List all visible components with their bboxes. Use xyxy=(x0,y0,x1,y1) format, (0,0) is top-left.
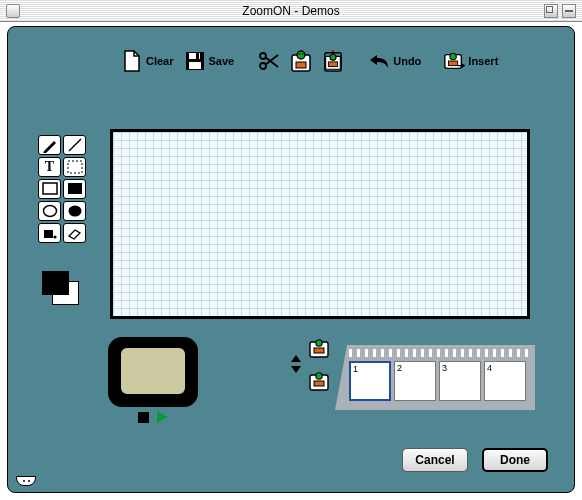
paste-button[interactable] xyxy=(319,48,347,74)
scissors-icon xyxy=(258,50,280,72)
svg-point-8 xyxy=(299,53,301,55)
preview-screen-inner xyxy=(119,346,187,396)
cut-button[interactable] xyxy=(255,48,283,74)
preview-screen xyxy=(108,337,198,407)
character-paste-icon xyxy=(322,50,344,72)
circle-filled-tool[interactable] xyxy=(63,201,86,221)
character-copy-icon xyxy=(290,50,312,72)
svg-point-31 xyxy=(316,373,322,379)
drag-tab[interactable] xyxy=(16,476,36,486)
line-tool[interactable] xyxy=(63,135,86,155)
save-button[interactable]: Save xyxy=(181,48,238,74)
copy-button[interactable] xyxy=(287,48,315,74)
svg-rect-18 xyxy=(449,61,458,66)
svg-point-28 xyxy=(316,340,322,346)
dialog-buttons: Cancel Done xyxy=(402,448,548,472)
undo-button[interactable]: Undo xyxy=(365,48,424,74)
svg-point-13 xyxy=(330,54,336,60)
frame-down-button[interactable] xyxy=(291,366,301,373)
document-icon xyxy=(121,50,143,72)
frame-2[interactable]: 2 xyxy=(394,361,436,401)
play-button[interactable] xyxy=(157,411,168,423)
frame-1[interactable]: 1 xyxy=(349,361,391,401)
undo-label: Undo xyxy=(393,55,421,67)
pencil-tool[interactable] xyxy=(38,135,61,155)
window-sysmenu[interactable] xyxy=(6,4,20,18)
sprocket-holes xyxy=(349,349,531,357)
done-button[interactable]: Done xyxy=(482,448,548,472)
frame-2-label: 2 xyxy=(397,363,402,373)
insert-button[interactable]: Insert xyxy=(440,48,501,74)
svg-point-26 xyxy=(53,235,56,238)
svg-rect-25 xyxy=(44,230,53,238)
done-label: Done xyxy=(500,453,530,467)
stop-button[interactable] xyxy=(138,412,149,423)
svg-rect-10 xyxy=(296,62,306,68)
frame-up-button[interactable] xyxy=(291,355,301,362)
frame-3-label: 3 xyxy=(442,363,447,373)
save-label: Save xyxy=(209,55,235,67)
svg-rect-3 xyxy=(189,62,201,69)
frame-3[interactable]: 3 xyxy=(439,361,481,401)
svg-rect-29 xyxy=(314,348,324,353)
svg-rect-20 xyxy=(68,161,82,173)
svg-rect-14 xyxy=(329,62,338,67)
svg-rect-2 xyxy=(196,53,199,59)
rect-outline-tool[interactable] xyxy=(38,179,61,199)
window-collapse-button[interactable] xyxy=(562,4,576,18)
window-body: Clear Save xyxy=(0,22,582,500)
bucket-tool[interactable] xyxy=(38,223,61,243)
character-insert-icon xyxy=(443,50,465,72)
preview-controls xyxy=(138,411,168,423)
top-toolbar: Clear Save xyxy=(118,45,544,77)
floppy-icon xyxy=(184,50,206,72)
frame-4[interactable]: 4 xyxy=(484,361,526,401)
cancel-label: Cancel xyxy=(415,453,454,467)
svg-point-24 xyxy=(68,206,81,217)
character-icon-bottom[interactable] xyxy=(309,370,331,394)
window-title: ZoomON - Demos xyxy=(0,4,582,18)
cancel-button[interactable]: Cancel xyxy=(402,448,468,472)
undo-icon xyxy=(368,50,390,72)
frame-strip-area: 1 2 3 4 xyxy=(303,337,538,417)
text-tool[interactable]: T xyxy=(38,157,61,177)
tool-palette: T xyxy=(38,135,88,245)
insert-label: Insert xyxy=(468,55,498,67)
svg-point-7 xyxy=(297,51,305,59)
svg-rect-22 xyxy=(68,183,82,194)
svg-point-17 xyxy=(450,53,456,59)
color-swatches[interactable] xyxy=(42,271,82,309)
window-titlebar: ZoomON - Demos xyxy=(0,0,582,22)
character-icon-top[interactable] xyxy=(309,337,331,361)
svg-point-23 xyxy=(43,206,56,217)
svg-rect-32 xyxy=(314,381,324,386)
clear-label: Clear xyxy=(146,55,174,67)
filmstrip: 1 2 3 4 xyxy=(335,345,535,410)
clear-button[interactable]: Clear xyxy=(118,48,177,74)
editor-panel: Clear Save xyxy=(7,26,575,493)
svg-line-19 xyxy=(69,139,81,151)
frame-1-label: 1 xyxy=(353,364,358,374)
svg-point-15 xyxy=(332,50,334,52)
svg-point-9 xyxy=(302,53,304,55)
rect-filled-tool[interactable] xyxy=(63,179,86,199)
marquee-tool[interactable] xyxy=(63,157,86,177)
window-zoom-button[interactable] xyxy=(544,4,558,18)
eraser-tool[interactable] xyxy=(63,223,86,243)
foreground-color-swatch[interactable] xyxy=(42,271,69,295)
svg-rect-21 xyxy=(43,183,57,194)
frame-4-label: 4 xyxy=(487,363,492,373)
circle-outline-tool[interactable] xyxy=(38,201,61,221)
drawing-canvas[interactable] xyxy=(110,129,530,319)
